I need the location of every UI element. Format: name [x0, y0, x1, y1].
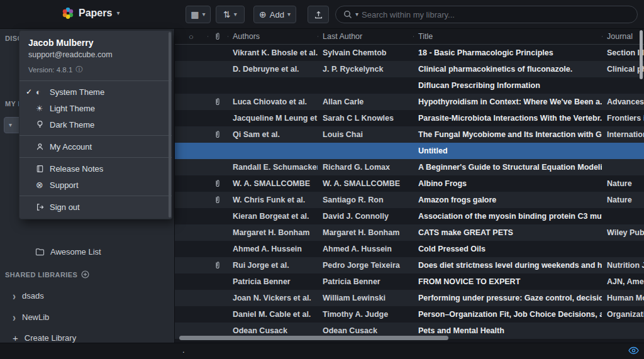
row-authors: Luca Chiovato et al. [228, 97, 318, 106]
paperclip-icon [214, 179, 221, 188]
sidebar-shared-library-NewLib[interactable]: ›NewLib [13, 309, 49, 325]
chevron-down-icon: ▾ [234, 11, 237, 18]
user-menu-header: Jacob Mulberry support@readcube.com Vers… [19, 31, 172, 80]
add-button[interactable]: ⊕ Add ▾ [253, 6, 296, 23]
row-title: Hypothyroidism in Context: Where We've B… [413, 97, 602, 106]
row-last-author: Pedro Jorge Teixeira [318, 261, 413, 270]
column-header-last-author[interactable]: Last Author [318, 32, 413, 41]
menu-item-support[interactable]: ⊗ Support [19, 177, 172, 193]
table-row[interactable]: Luca Chiovato et al. Allan Carle Hypothy… [175, 94, 644, 110]
column-header-authors[interactable]: Authors [228, 32, 318, 41]
app-version: Version: 4.8.1 ⓘ [28, 65, 163, 74]
row-title: A Beginner's Guide to Structural Equatio… [413, 163, 602, 172]
row-title: Untitled [413, 146, 602, 155]
attachment-column-header[interactable] [208, 32, 228, 41]
chevron-right-icon[interactable]: › [13, 289, 16, 302]
table-body: Vikrant K. Bhosle et al. Sylvain Chemtob… [175, 45, 644, 339]
row-last-author: J. P. Ryckelynck [318, 65, 413, 74]
row-title: The Fungal Mycobiome and Its Interaction… [413, 130, 602, 139]
row-last-author: Patricia Benner [318, 277, 413, 286]
table-row[interactable]: Vikrant K. Bhosle et al. Sylvain Chemtob… [175, 45, 644, 61]
row-last-author: Santiago R. Ron [318, 196, 413, 204]
table-row[interactable]: Margaret H. Bonham Margaret H. Bonham CA… [175, 224, 644, 241]
menu-item-sign-out[interactable]: Sign out [19, 199, 172, 215]
sidebar-shared-library-dsads[interactable]: ›dsads [13, 287, 44, 304]
attachment-cell [208, 196, 228, 204]
table-row-selected[interactable]: Untitled [175, 143, 644, 159]
app-menu-button[interactable]: Papers ▾ [62, 7, 119, 19]
attachment-cell [208, 130, 228, 139]
select-all-column-header[interactable]: ○ [175, 32, 208, 41]
menu-item-system-theme[interactable]: ✓ ◐ System Theme [19, 84, 172, 100]
shared-library-label: NewLib [22, 312, 49, 322]
circle-icon: ○ [189, 32, 194, 41]
library-search-field[interactable]: ▾ [335, 6, 638, 23]
table-row[interactable]: Rui Jorge et al. Pedro Jorge Teixeira Do… [175, 257, 644, 273]
paperclip-icon [214, 196, 221, 204]
column-header-journal[interactable]: Journal [602, 32, 644, 41]
table-row[interactable]: Patricia Benner Patricia Benner FROM NOV… [175, 273, 644, 290]
row-authors: Jacqueline M Leung et ... [228, 114, 318, 123]
column-header-title[interactable]: Title [413, 32, 602, 41]
row-authors: W. Chris Funk et al. [228, 196, 318, 204]
row-authors: Kieran Borgeat et al. [228, 212, 318, 221]
table-row[interactable]: Ahmed A. Hussein Ahmed A. Hussein Cold P… [175, 241, 644, 257]
table-row[interactable]: D. Debruyne et al. J. P. Ryckelynck Clin… [175, 61, 644, 77]
papers-app-window: Papers ▾ ▦ ▾ ⇅ ▾ ⊕ Add ▾ ▾ [0, 0, 644, 359]
sidebar-item-awesome-list[interactable]: Awesome List [35, 243, 101, 260]
menu-item-release-notes[interactable]: Release Notes [19, 160, 172, 177]
row-authors: Patricia Benner [228, 277, 318, 286]
row-title: Diflucan Prescribing Information [413, 81, 602, 90]
row-authors: D. Debruyne et al. [228, 65, 318, 74]
row-last-author: Timothy A. Judge [318, 310, 413, 319]
row-last-author: Richard G. Lomax [318, 163, 413, 172]
row-journal: Human Mo [602, 294, 644, 302]
status-bar: . [0, 343, 644, 359]
papers-pinwheel-logo-icon [62, 7, 74, 19]
table-row[interactable]: Kieran Borgeat et al. David J. Connolly … [175, 208, 644, 224]
table-row[interactable]: Qi Sam et al. Louis Chai The Fungal Myco… [175, 126, 644, 143]
row-title: Person–Organization Fit, Job Choice Deci… [413, 310, 602, 319]
user-account-menu: Jacob Mulberry support@readcube.com Vers… [19, 30, 172, 219]
table-row[interactable]: Randall E. Schumacker ... Richard G. Lom… [175, 159, 644, 175]
search-icon [343, 10, 352, 19]
table-row[interactable]: Diflucan Prescribing Information [175, 77, 644, 94]
paperclip-icon [214, 130, 221, 139]
preview-eye-toggle[interactable] [628, 346, 639, 356]
horizontal-scrollbar[interactable] [179, 336, 448, 340]
table-row[interactable]: W. A. SMALLCOMBE W. A. SMALLCOMBE Albino… [175, 175, 644, 192]
status-text: . [182, 345, 185, 355]
menu-item-light-theme[interactable]: ☀ Light Theme [19, 100, 172, 116]
sign-out-icon [36, 203, 50, 211]
row-title: Association of the myosin binding protei… [413, 212, 602, 221]
row-authors: Daniel M. Cable et al. [228, 310, 318, 319]
row-journal: Nature [602, 179, 644, 188]
import-upload-button[interactable] [308, 6, 329, 23]
row-last-author: Ahmed A. Hussein [318, 245, 413, 253]
add-shared-library-plus-icon[interactable] [81, 270, 89, 279]
lightbulb-icon [36, 120, 50, 129]
row-last-author: Sylvain Chemtob [318, 48, 413, 57]
create-library-label: Create Library [25, 333, 76, 343]
chevron-right-icon[interactable]: › [13, 311, 16, 323]
search-input[interactable] [362, 10, 630, 19]
menu-item-dark-theme[interactable]: Dark Theme [19, 116, 172, 133]
table-row[interactable]: W. Chris Funk et al. Santiago R. Ron Ama… [175, 192, 644, 208]
table-row[interactable]: Daniel M. Cable et al. Timothy A. Judge … [175, 306, 644, 323]
menu-item-my-account[interactable]: My Account [19, 138, 172, 155]
attachment-cell [208, 179, 228, 188]
check-icon: ✓ [26, 87, 36, 96]
table-row[interactable]: Joan N. Vickers et al. William Lewinski … [175, 290, 644, 306]
vertical-scrollbar[interactable] [640, 30, 643, 79]
menu-scrollbar[interactable] [169, 32, 171, 218]
info-icon[interactable]: ⓘ [75, 65, 83, 74]
sort-button[interactable]: ⇅ ▾ [216, 6, 245, 23]
user-email: support@readcube.com [28, 50, 163, 59]
table-row[interactable]: Jacqueline M Leung et ... Sarah C L Know… [175, 110, 644, 126]
view-layout-button[interactable]: ▦ ▾ [186, 6, 211, 23]
search-scope-chevron-down-icon[interactable]: ▾ [355, 11, 358, 18]
plus-icon: + [13, 333, 18, 343]
sidebar-section-shared-libraries: SHARED LIBRARIES [5, 270, 89, 279]
row-title: CATS make GREAT PETS [413, 228, 602, 237]
attachment-cell [208, 261, 228, 270]
